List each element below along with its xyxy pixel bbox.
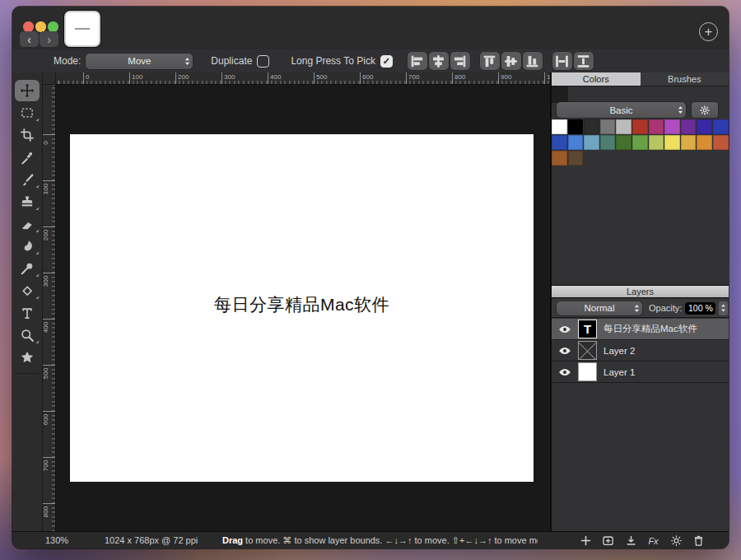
color-swatch[interactable] (664, 119, 680, 134)
add-layer-button[interactable] (579, 534, 592, 548)
delete-layer-button[interactable] (692, 534, 706, 548)
color-swatch[interactable] (568, 119, 584, 134)
submenu-indicator (35, 184, 39, 189)
tool-shape[interactable] (15, 280, 40, 301)
tool-smudge[interactable] (15, 236, 40, 257)
opacity-field[interactable]: 100 % (685, 302, 715, 315)
tool-eyedropper[interactable] (15, 147, 40, 168)
long-press-checkbox[interactable] (380, 55, 393, 68)
color-swatch[interactable] (600, 135, 616, 150)
add-group-button[interactable] (602, 534, 615, 548)
color-swatch[interactable] (713, 119, 729, 134)
color-swatch[interactable] (584, 135, 599, 150)
tool-brush[interactable] (15, 169, 40, 190)
color-swatch[interactable] (664, 135, 680, 150)
ruler-label: 500 (43, 357, 49, 390)
tool-star[interactable] (15, 347, 40, 368)
zoom-window-button[interactable] (48, 21, 58, 32)
layer-thumbnail[interactable] (578, 362, 597, 381)
fx-button[interactable]: Fx (647, 534, 660, 548)
minimize-button[interactable] (35, 21, 46, 32)
ruler-label: 0 (86, 73, 89, 81)
visibility-eye-icon[interactable] (558, 344, 571, 357)
color-swatch[interactable] (616, 119, 631, 134)
ruler-label: 800 (454, 73, 465, 81)
color-swatch[interactable] (568, 151, 584, 166)
palette-settings-button[interactable] (692, 102, 718, 118)
layer-row[interactable]: Layer 2 (552, 340, 729, 362)
distribute-horizontal-button[interactable] (552, 52, 572, 70)
color-swatch[interactable] (616, 135, 631, 150)
align-top-button[interactable] (480, 52, 500, 70)
visibility-eye-icon[interactable] (558, 366, 571, 379)
ruler-minor-ticks (56, 81, 550, 84)
align-bottom-button[interactable] (523, 52, 543, 70)
canvas-area[interactable]: 每日分享精品Mac软件 (56, 85, 550, 531)
document-thumbnail[interactable] (64, 11, 100, 47)
align-left-button[interactable] (408, 52, 427, 70)
ruler-major-tick (268, 72, 268, 84)
layer-name: 每日分享精品Mac软件 (604, 323, 697, 335)
color-swatch[interactable] (649, 119, 664, 134)
title-bar: ‹ › + (12, 7, 729, 49)
palette-popup[interactable]: Basic (557, 102, 686, 118)
blend-mode-popup[interactable]: Normal (557, 301, 642, 315)
align-right-icon (453, 54, 467, 68)
tool-color-picker[interactable] (15, 258, 40, 279)
layer-thumbnail-text[interactable]: T (578, 320, 597, 338)
color-swatch[interactable] (681, 135, 697, 150)
star-icon (20, 350, 35, 365)
opacity-stepper[interactable] (719, 301, 728, 315)
tool-marquee[interactable] (15, 102, 40, 124)
tool-move[interactable] (15, 80, 40, 101)
ruler-label: 400 (43, 311, 49, 344)
back-button[interactable]: ‹ (20, 31, 39, 47)
color-swatch[interactable] (584, 119, 599, 134)
tab-colors[interactable]: Colors (552, 72, 641, 86)
tool-eraser[interactable] (15, 213, 40, 235)
layer-thumbnail[interactable] (578, 341, 597, 360)
layer-row[interactable]: T每日分享精品Mac软件 (552, 319, 729, 340)
document-info: 1024 x 768px @ 72 ppi (105, 535, 198, 545)
forward-button[interactable]: › (40, 31, 58, 47)
ruler-corner (43, 72, 56, 85)
color-swatch[interactable] (632, 135, 648, 150)
tool-zoom[interactable] (15, 324, 40, 346)
color-swatch[interactable] (632, 119, 648, 134)
color-swatch[interactable] (552, 135, 567, 150)
tool-text[interactable] (15, 302, 40, 324)
current-color-well[interactable] (552, 86, 568, 103)
color-swatch[interactable] (713, 135, 729, 150)
color-swatch[interactable] (697, 135, 712, 150)
ruler-label: 300 (224, 73, 235, 81)
ruler-label: 100 (132, 73, 142, 81)
color-swatch[interactable] (681, 119, 697, 134)
visibility-eye-icon[interactable] (558, 323, 571, 336)
new-document-button[interactable]: + (699, 22, 718, 41)
canvas-text-object[interactable]: 每日分享精品Mac软件 (214, 293, 389, 316)
add-layer-icon (580, 534, 592, 547)
color-swatch[interactable] (600, 119, 616, 134)
tool-stamp[interactable] (15, 191, 40, 212)
close-button[interactable] (23, 21, 34, 32)
duplicate-checkbox[interactable] (257, 55, 269, 68)
color-swatch[interactable] (649, 135, 664, 150)
mode-popup[interactable]: Move (86, 54, 193, 69)
align-group (552, 52, 594, 70)
color-swatch[interactable] (568, 135, 584, 150)
tool-palette (12, 72, 43, 531)
layer-row[interactable]: Layer 1 (552, 362, 729, 383)
adjustments-button[interactable] (669, 534, 683, 548)
color-swatch[interactable] (697, 119, 712, 134)
import-button[interactable] (624, 534, 637, 548)
document-canvas[interactable]: 每日分享精品Mac软件 (70, 134, 534, 482)
color-swatch[interactable] (552, 151, 567, 166)
tab-brushes[interactable]: Brushes (641, 72, 729, 86)
align-left-icon (410, 54, 424, 68)
align-center-horizontal-button[interactable] (429, 52, 449, 70)
align-middle-vertical-button[interactable] (501, 52, 521, 70)
distribute-vertical-button[interactable] (574, 52, 594, 70)
tool-crop[interactable] (15, 124, 40, 146)
align-right-button[interactable] (450, 52, 470, 70)
color-swatch[interactable] (552, 119, 567, 134)
